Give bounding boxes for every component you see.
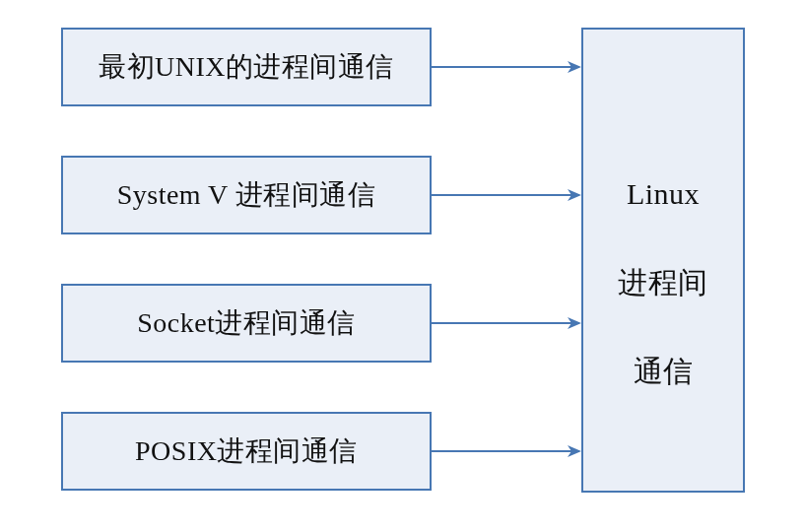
source-box-label: System V 进程间通信	[117, 177, 376, 213]
target-box-label-line3: 通信	[634, 355, 694, 387]
diagram-canvas: 最初UNIX的进程间通信 System V 进程间通信 Socket进程间通信 …	[0, 0, 804, 532]
target-box-label-line1: Linux	[627, 177, 700, 210]
source-box-systemv: System V 进程间通信	[61, 156, 432, 234]
source-box-label: Socket进程间通信	[137, 305, 356, 341]
source-box-unix: 最初UNIX的进程间通信	[61, 28, 432, 106]
target-box-linux-ipc: Linux 进程间 通信	[581, 28, 745, 493]
source-box-label: POSIX进程间通信	[135, 433, 358, 469]
source-box-socket: Socket进程间通信	[61, 284, 432, 363]
source-box-label: 最初UNIX的进程间通信	[99, 49, 394, 85]
target-box-label-line2: 进程间	[618, 266, 708, 299]
source-box-posix: POSIX进程间通信	[61, 412, 432, 491]
target-box-label: Linux 进程间 通信	[618, 127, 708, 393]
